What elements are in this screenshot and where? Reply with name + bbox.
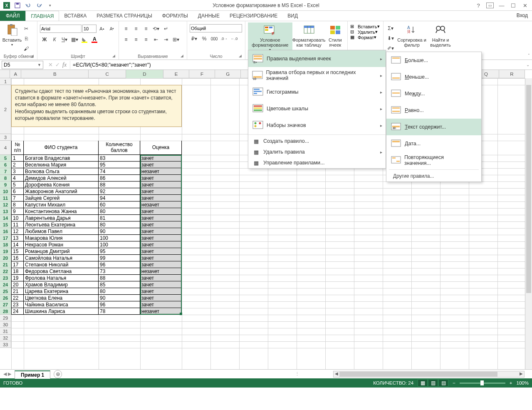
inc-decimal-icon[interactable]: .0→ bbox=[220, 34, 229, 43]
table-cell[interactable]: 94 bbox=[99, 195, 140, 201]
column-header[interactable]: R bbox=[499, 70, 525, 78]
row-header[interactable]: 16 bbox=[0, 228, 11, 235]
table-cell[interactable]: 74 bbox=[99, 168, 140, 175]
table-cell[interactable]: 13 bbox=[11, 235, 24, 241]
undo-icon[interactable] bbox=[23, 1, 33, 10]
table-cell[interactable]: зачет bbox=[140, 188, 182, 195]
fx-icon[interactable]: fx bbox=[62, 62, 67, 68]
sheet-tab-active[interactable]: Пример 1 bbox=[15, 370, 50, 379]
align-launcher[interactable]: ◢ bbox=[179, 54, 184, 59]
merge-icon[interactable]: ⊞▾ bbox=[171, 35, 181, 44]
row-header[interactable]: 26 bbox=[0, 295, 11, 301]
row-header[interactable]: 2 bbox=[0, 85, 11, 134]
table-row[interactable]: 21Царева Екатерина80зачет bbox=[11, 288, 182, 295]
row-header[interactable]: 23 bbox=[0, 275, 11, 281]
table-cell[interactable]: 17 bbox=[11, 261, 24, 268]
table-cell[interactable]: зачет bbox=[140, 175, 182, 181]
menu-top-bottom-rules[interactable]: 10 Правила отбора первых и последних зна… bbox=[248, 67, 386, 84]
table-cell[interactable]: зачет bbox=[140, 241, 182, 248]
table-cell[interactable]: 5 bbox=[11, 181, 24, 188]
table-cell[interactable]: 12 bbox=[11, 228, 24, 235]
table-cell[interactable]: незачет bbox=[140, 201, 182, 208]
table-cell[interactable]: Дорофеева Ксения bbox=[24, 181, 99, 188]
font-size-input[interactable] bbox=[82, 25, 97, 33]
align-left-icon[interactable]: ≡ bbox=[121, 35, 131, 44]
tab-formulas[interactable]: ФОРМУЛЫ bbox=[157, 11, 193, 21]
save-icon[interactable] bbox=[12, 1, 22, 10]
column-header[interactable]: B bbox=[21, 70, 89, 78]
table-row[interactable]: 5Дорофеева Ксения88зачет bbox=[11, 181, 182, 188]
menu-manage-rules[interactable]: ▦ Управление правилами... bbox=[248, 157, 386, 168]
table-cell[interactable]: 19 bbox=[11, 275, 24, 281]
table-cell[interactable]: зачет bbox=[140, 215, 182, 221]
menu-color-scales[interactable]: Цветовые шкалы▸ bbox=[248, 100, 386, 117]
conditional-formatting-button[interactable]: ≠ Условное форматирование ▾ bbox=[248, 22, 292, 52]
insert-button[interactable]: ⊞Вставить ▾ bbox=[350, 24, 380, 29]
grow-font-icon[interactable]: A▴ bbox=[97, 24, 106, 33]
table-cell[interactable]: 14 bbox=[11, 241, 24, 248]
paste-button[interactable]: Вставить ▾ bbox=[2, 22, 22, 47]
login-link[interactable]: Вход bbox=[517, 12, 528, 18]
align-middle-icon[interactable]: ≡ bbox=[131, 24, 141, 33]
orientation-icon[interactable]: ⟲▾ bbox=[151, 24, 161, 33]
table-cell[interactable]: 88 bbox=[99, 181, 140, 188]
table-cell[interactable]: Любимов Павел bbox=[24, 228, 99, 235]
table-cell[interactable]: 73 bbox=[99, 268, 140, 275]
table-row[interactable]: 24Шишкина Лариса78незачет bbox=[11, 308, 182, 315]
fill-icon[interactable]: ⬇▾ bbox=[386, 34, 395, 43]
table-cell[interactable]: зачет bbox=[140, 248, 182, 255]
column-header[interactable]: F bbox=[189, 70, 215, 78]
table-row[interactable]: 3Волкова Ольга74незачет bbox=[11, 168, 182, 175]
row-header[interactable]: 22 bbox=[0, 268, 11, 275]
number-launcher[interactable]: ◢ bbox=[238, 54, 242, 59]
row-header[interactable]: 29 bbox=[0, 315, 11, 321]
shrink-font-icon[interactable]: A▾ bbox=[107, 24, 116, 33]
submenu-less[interactable]: Меньше... bbox=[386, 69, 481, 85]
chevron-down-icon[interactable]: ▼ bbox=[37, 63, 41, 67]
table-cell[interactable]: Шишкина Лариса bbox=[24, 308, 99, 315]
table-cell[interactable]: незачет bbox=[140, 268, 182, 275]
table-cell[interactable]: Некрасов Роман bbox=[24, 241, 99, 248]
vertical-scrollbar[interactable] bbox=[525, 78, 532, 369]
table-cell[interactable]: Цветкова Елена bbox=[24, 295, 99, 301]
view-normal-icon[interactable]: ▦ bbox=[418, 379, 428, 387]
table-cell[interactable]: 18 bbox=[11, 268, 24, 275]
table-row[interactable]: 1Богатов Владислав83зачет bbox=[11, 155, 182, 162]
menu-clear-rules[interactable]: ▦ Удалить правила▸ bbox=[248, 147, 386, 157]
table-cell[interactable]: зачет bbox=[140, 301, 182, 308]
zoom-slider[interactable] bbox=[460, 383, 505, 384]
row-header[interactable]: 6 bbox=[0, 162, 11, 168]
table-cell[interactable]: 60 bbox=[99, 201, 140, 208]
zoom-level[interactable]: 100% bbox=[517, 380, 529, 385]
row-header[interactable]: 17 bbox=[0, 235, 11, 241]
dec-decimal-icon[interactable]: ←.0 bbox=[230, 34, 239, 43]
table-cell[interactable]: 90 bbox=[99, 295, 140, 301]
help-icon[interactable]: ? bbox=[475, 2, 482, 9]
maximize-icon[interactable]: ☐ bbox=[510, 2, 517, 9]
cell-styles-button[interactable]: Стили ячеек bbox=[325, 22, 345, 47]
tab-pagelayout[interactable]: РАЗМЕТКА СТРАНИЦЫ bbox=[92, 11, 157, 21]
align-top-icon[interactable]: ≡ bbox=[121, 24, 131, 33]
submenu-equal[interactable]: Равно... bbox=[386, 102, 481, 119]
column-header[interactable]: E bbox=[163, 70, 189, 78]
format-button[interactable]: ▦Формат ▾ bbox=[350, 35, 376, 40]
align-center-icon[interactable]: ≡ bbox=[131, 35, 141, 44]
delete-button[interactable]: ⊟Удалить ▾ bbox=[350, 29, 378, 35]
increase-indent-icon[interactable]: ⇥ bbox=[161, 35, 171, 44]
sheet-prev-icon[interactable]: ◀ bbox=[3, 371, 7, 377]
table-cell[interactable]: Самойлова Наталья bbox=[24, 255, 99, 261]
tab-view[interactable]: ВИД bbox=[282, 11, 303, 21]
table-cell[interactable]: 24 bbox=[11, 308, 24, 315]
submenu-text-contains[interactable]: abТекст содержит... bbox=[386, 119, 481, 135]
add-sheet-button[interactable]: ⊕ bbox=[54, 370, 62, 378]
table-cell[interactable]: зачет bbox=[140, 235, 182, 241]
font-name-input[interactable] bbox=[40, 25, 82, 33]
table-row[interactable]: 19Фролова Наталья88зачет bbox=[11, 275, 182, 281]
submenu-other-rules[interactable]: Другие правила... bbox=[386, 171, 481, 181]
column-header[interactable]: C bbox=[89, 70, 126, 78]
table-cell[interactable]: зачет bbox=[140, 288, 182, 295]
table-cell[interactable]: Храмов Владимир bbox=[24, 281, 99, 288]
comma-icon[interactable]: 000 bbox=[210, 34, 219, 43]
table-cell[interactable]: Волкова Ольга bbox=[24, 168, 99, 175]
view-pagelayout-icon[interactable]: ▥ bbox=[428, 379, 438, 387]
